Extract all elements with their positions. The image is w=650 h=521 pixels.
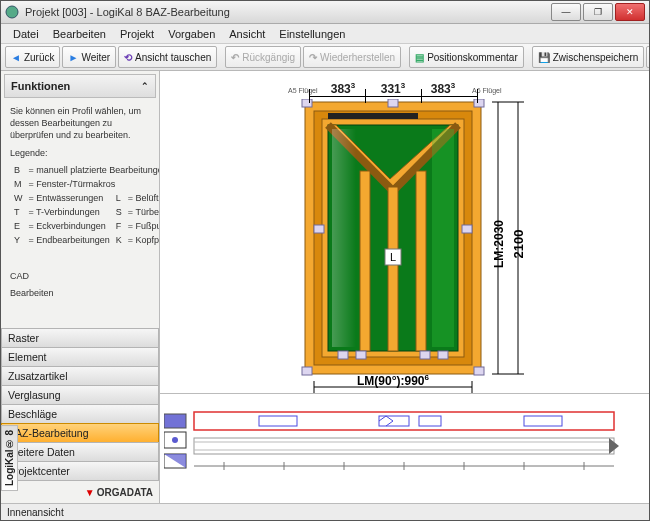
acc-projektcenter[interactable]: Projektcenter — [1, 461, 159, 481]
swap-view-button[interactable]: ⟲Ansicht tauschen — [118, 46, 217, 68]
menu-bearbeiten[interactable]: Bearbeiten — [47, 26, 112, 42]
maximize-button[interactable]: ❐ — [583, 3, 613, 21]
svg-rect-25 — [420, 351, 430, 359]
app-icon — [5, 5, 19, 19]
menu-datei[interactable]: Datei — [7, 26, 45, 42]
svg-rect-46 — [194, 438, 614, 454]
menubar: Datei Bearbeiten Projekt Vorgaben Ansich… — [1, 24, 649, 44]
arrow-label-left: A5 Flügel — [288, 87, 318, 94]
svg-rect-36 — [164, 414, 186, 428]
status-text: Innenansicht — [7, 507, 64, 518]
zwischenspeichern-button[interactable]: 💾Zwischenspeichern — [532, 46, 645, 68]
dim-side-2: 2100 — [511, 230, 526, 259]
titlebar: Projekt [003] - LogiKal 8 BAZ-Bearbeitun… — [1, 1, 649, 24]
funktionen-intro: Sie können ein Profil wählen, um dessen … — [10, 105, 150, 141]
acc-baz-bearbeitung[interactable]: BAZ-Bearbeitung — [1, 423, 159, 442]
acc-verglasung[interactable]: Verglasung — [1, 385, 159, 404]
statusbar: Innenansicht — [1, 503, 649, 520]
menu-projekt[interactable]: Projekt — [114, 26, 160, 42]
window-title: Projekt [003] - LogiKal 8 BAZ-Bearbeitun… — [25, 6, 551, 18]
element-drawing[interactable]: LM:2030 2100 — [300, 99, 600, 393]
close-button[interactable]: ✕ — [615, 3, 645, 21]
svg-rect-12 — [360, 171, 370, 351]
svg-rect-17 — [302, 99, 312, 107]
undo-button: ↶Rückgängig — [225, 46, 301, 68]
svg-rect-23 — [388, 99, 398, 107]
svg-rect-18 — [474, 99, 484, 107]
dim-top-2: 3313 — [368, 81, 418, 96]
svg-rect-27 — [438, 351, 448, 359]
menu-vorgaben[interactable]: Vorgaben — [162, 26, 221, 42]
profile-drawing[interactable] — [164, 408, 624, 498]
svg-rect-26 — [338, 351, 348, 359]
svg-rect-41 — [194, 412, 614, 430]
svg-rect-24 — [356, 351, 366, 359]
svg-rect-14 — [388, 187, 398, 351]
funktionen-header[interactable]: Funktionen ⌃ — [4, 74, 156, 98]
acc-raster[interactable]: Raster — [1, 328, 159, 347]
acc-zusatzartikel[interactable]: Zusatzartikel — [1, 366, 159, 385]
svg-rect-15 — [332, 129, 356, 347]
abbrechen-button[interactable]: ✖Elementeingabe abbrechen — [646, 46, 649, 68]
accordion: Raster Element Zusatzartikel Verglasung … — [1, 328, 159, 481]
svg-rect-20 — [474, 367, 484, 375]
legend-title: Legende: — [10, 147, 150, 159]
acc-weitere-daten[interactable]: Weitere Daten — [1, 442, 159, 461]
menu-einstellungen[interactable]: Einstellungen — [273, 26, 351, 42]
drawing-area[interactable]: A5 Flügel A6 Flügel 3833 3313 3833 — [160, 71, 649, 393]
legend-table: B= manuell platzierte Bearbeitungen M= F… — [10, 162, 159, 249]
acc-beschlaege[interactable]: Beschläge — [1, 404, 159, 423]
funktionen-body: Sie können ein Profil wählen, um dessen … — [4, 101, 156, 307]
svg-rect-13 — [416, 171, 426, 351]
sidebar-link-cad[interactable]: CAD — [10, 270, 150, 282]
profile-pane[interactable] — [160, 393, 649, 503]
svg-point-38 — [172, 437, 178, 443]
svg-rect-21 — [314, 225, 324, 233]
dim-top-3: 3833 — [418, 81, 468, 96]
collapse-icon[interactable]: ⌃ — [141, 81, 149, 91]
sidebar-link-bearbeiten[interactable]: Bearbeiten — [10, 287, 150, 299]
svg-point-0 — [6, 6, 18, 18]
brand-logo: ▼ORGADATA — [1, 481, 159, 503]
svg-rect-29 — [328, 113, 418, 119]
minimize-button[interactable]: — — [551, 3, 581, 21]
center-label: L — [390, 251, 396, 263]
acc-element[interactable]: Element — [1, 347, 159, 366]
toolbar: ◄Zurück ►Weiter ⟲Ansicht tauschen ↶Rückg… — [1, 44, 649, 71]
dim-bottom-1: LM(90°):9906 — [357, 373, 429, 388]
forward-button[interactable]: ►Weiter — [62, 46, 116, 68]
svg-rect-22 — [462, 225, 472, 233]
menu-ansicht[interactable]: Ansicht — [223, 26, 271, 42]
dim-side-1: LM:2030 — [492, 220, 506, 268]
dim-top-1: 3833 — [318, 81, 368, 96]
svg-rect-16 — [432, 129, 454, 347]
svg-marker-40 — [164, 454, 186, 468]
back-button[interactable]: ◄Zurück — [5, 46, 60, 68]
vertical-tab[interactable]: LogiKal® 8 — [1, 425, 18, 491]
poskommentar-button[interactable]: ▤Positionskommentar — [409, 46, 524, 68]
sidebar: Funktionen ⌃ Sie können ein Profil wähle… — [1, 71, 160, 503]
svg-rect-19 — [302, 367, 312, 375]
redo-button: ↷Wiederherstellen — [303, 46, 401, 68]
